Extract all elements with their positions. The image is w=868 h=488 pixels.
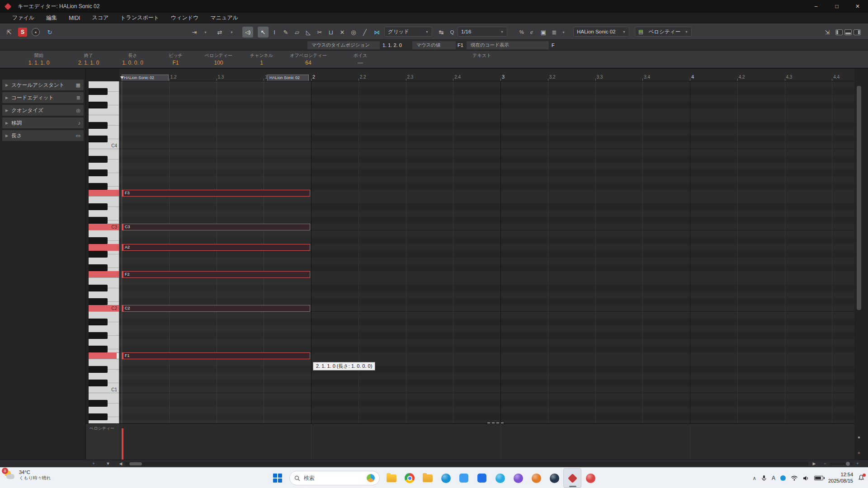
acoustic-feedback-button[interactable]: ● xyxy=(32,28,40,36)
right-zone-toggle[interactable] xyxy=(854,29,861,35)
black-key-G#1[interactable] xyxy=(89,332,108,339)
glue-tool-icon[interactable]: ⊔ xyxy=(326,27,336,38)
scroll-right-arrow[interactable]: ▶ xyxy=(810,460,818,467)
info-field-8[interactable]: テキスト xyxy=(387,52,577,66)
search-box[interactable]: 検索 xyxy=(289,471,380,485)
black-key-D#3[interactable] xyxy=(89,203,108,210)
black-key-G#3[interactable] xyxy=(89,169,108,176)
info-field-4[interactable]: ベロシティー100 xyxy=(197,52,240,66)
midi-note-F1[interactable]: F1 xyxy=(122,352,310,359)
step-input-button[interactable]: ↻ xyxy=(44,27,55,38)
black-key-F#1[interactable] xyxy=(89,346,108,352)
inspector-item-0[interactable]: ▶スケールアシスタント▦ xyxy=(2,80,84,90)
menu-item-スコア[interactable]: スコア xyxy=(86,13,114,23)
notification-bell-icon[interactable] xyxy=(858,474,864,482)
quantize-preset-select[interactable]: 1/16▼ xyxy=(458,27,507,37)
horizontal-scrollbar[interactable] xyxy=(125,462,808,466)
inspector-item-2[interactable]: ▶クオンタイズ◎ xyxy=(2,105,84,116)
velocity-lane[interactable] xyxy=(119,423,854,460)
black-key-A#1[interactable] xyxy=(89,319,108,325)
black-key-F#3[interactable] xyxy=(89,183,108,190)
black-key-D#2[interactable] xyxy=(89,285,108,291)
lane-resize-handle[interactable] xyxy=(487,422,504,423)
part-editing-mode-icon[interactable]: ▣ xyxy=(538,27,549,38)
taskbar-media-player-icon[interactable] xyxy=(527,468,545,488)
battery-icon[interactable] xyxy=(814,476,823,480)
lower-zone-toggle[interactable] xyxy=(844,29,852,35)
controller-lane-select[interactable]: ▤ ベロシティー▼ xyxy=(635,27,692,37)
black-key-C#1[interactable] xyxy=(89,380,108,386)
black-key-C#3[interactable] xyxy=(89,217,108,224)
midi-note-A2[interactable]: A2 xyxy=(122,244,310,251)
trim-tool-icon[interactable]: ◺ xyxy=(303,27,314,38)
start-button[interactable] xyxy=(269,468,287,488)
taskbar-cubase-icon[interactable] xyxy=(563,468,581,488)
minimize-button[interactable]: – xyxy=(806,0,826,13)
horizontal-zoom-thumb[interactable] xyxy=(846,462,850,466)
add-lane-button[interactable]: + xyxy=(90,460,98,467)
black-key-F#4[interactable] xyxy=(89,102,108,108)
grid-type-select[interactable]: グリッド▼ xyxy=(384,27,432,37)
inspector-item-3[interactable]: ▶移調♪ xyxy=(2,117,84,128)
taskbar-media-purple-icon[interactable] xyxy=(509,468,527,488)
object-selection-tool-icon[interactable]: ↖ xyxy=(258,27,269,38)
quantize-link-icon[interactable]: ↹ xyxy=(436,27,447,38)
zoom-tool-icon[interactable]: ◎ xyxy=(348,27,359,38)
volume-icon[interactable] xyxy=(803,475,809,481)
taskbar-steam-icon[interactable] xyxy=(545,468,563,488)
autoscroll-options-caret[interactable]: ▼ xyxy=(204,27,207,38)
taskbar-folder-icon[interactable] xyxy=(419,468,437,488)
lane-options-caret[interactable]: ▼ xyxy=(104,460,112,467)
midi-note-F2[interactable]: F2 xyxy=(122,271,310,278)
menu-item-ファイル[interactable]: ファイル xyxy=(6,13,40,23)
snap-toggle-icon[interactable]: ⋈ xyxy=(372,27,382,38)
inspector-item-1[interactable]: ▶コードエディット≣ xyxy=(2,92,84,103)
microphone-icon[interactable] xyxy=(761,475,767,481)
zoom-in-button[interactable]: + xyxy=(854,460,862,467)
piano-keyboard[interactable]: C4C3C2C1 xyxy=(89,81,119,423)
menu-item-編集[interactable]: 編集 xyxy=(40,13,63,23)
workspace-layout-icon[interactable]: ⇲ xyxy=(822,27,833,38)
black-key-A#2[interactable] xyxy=(89,237,108,244)
draw-tool-icon[interactable]: ✎ xyxy=(280,27,291,38)
info-field-5[interactable]: チャンネル1 xyxy=(240,52,283,66)
taskbar-skype-icon[interactable] xyxy=(491,468,509,488)
search-highlights-icon[interactable] xyxy=(367,474,375,482)
tray-overflow-chevron-icon[interactable]: ∧ xyxy=(753,475,756,481)
menu-item-ウィンドウ[interactable]: ウィンドウ xyxy=(165,13,204,23)
black-key-D#1[interactable] xyxy=(89,366,108,373)
menu-item-MIDI[interactable]: MIDI xyxy=(63,13,86,23)
vertical-zoom-handle[interactable]: ● xyxy=(856,435,862,440)
menu-item-トランスポート[interactable]: トランスポート xyxy=(114,13,165,23)
event-colors-caret[interactable]: ▼ xyxy=(562,27,565,38)
inspector-item-4[interactable]: ▶長さ▭ xyxy=(2,130,84,141)
taskbar-chrome-icon[interactable] xyxy=(401,468,419,488)
black-key-G#4[interactable] xyxy=(89,88,108,95)
maximize-button[interactable]: □ xyxy=(826,0,847,13)
info-field-0[interactable]: 開始1. 1. 1. 0 xyxy=(12,52,66,66)
black-key-C#4[interactable] xyxy=(89,136,108,142)
black-key-A#0[interactable] xyxy=(89,400,108,407)
midi-note-C2[interactable]: C2 xyxy=(122,305,310,312)
solo-button[interactable]: S xyxy=(18,28,27,37)
autoscroll-button[interactable]: ⇥ xyxy=(189,27,200,38)
horizontal-zoom-slider[interactable] xyxy=(830,463,853,465)
selection-variant-tool-icon[interactable]: I xyxy=(269,27,280,38)
midi-note-F3[interactable]: F3 xyxy=(122,190,310,197)
project-cursor-marker[interactable] xyxy=(120,76,124,79)
note-grid[interactable]: F3C3A2F2C2F12. 1. 1. 0 (長さ: 1. 0. 0. 0) xyxy=(119,81,854,423)
ime-mode-indicator[interactable]: A xyxy=(772,475,775,481)
horizontal-scrollbar-thumb[interactable] xyxy=(129,462,142,465)
taskbar-edge-icon[interactable] xyxy=(437,468,455,488)
line-tool-icon[interactable]: ╱ xyxy=(359,27,370,38)
track-select[interactable]: HALion Sonic 02▼ xyxy=(573,27,629,37)
taskbar-file-explorer-icon[interactable] xyxy=(382,468,401,488)
menu-item-マニュアル[interactable]: マニュアル xyxy=(204,13,244,23)
time-ruler[interactable]: 4.44.34.243.43.33.232.42.32.221.41.31.2 … xyxy=(119,69,854,81)
quantize-panel-icon[interactable]: e xyxy=(526,27,537,38)
follow-options-caret[interactable]: ▼ xyxy=(230,27,233,38)
left-zone-toggle[interactable] xyxy=(835,29,843,35)
velocity-bar[interactable] xyxy=(122,428,123,460)
weather-widget[interactable]: 8 34°C くもり時々晴れ xyxy=(4,469,51,481)
vertical-scrollbar-thumb[interactable] xyxy=(857,86,861,310)
